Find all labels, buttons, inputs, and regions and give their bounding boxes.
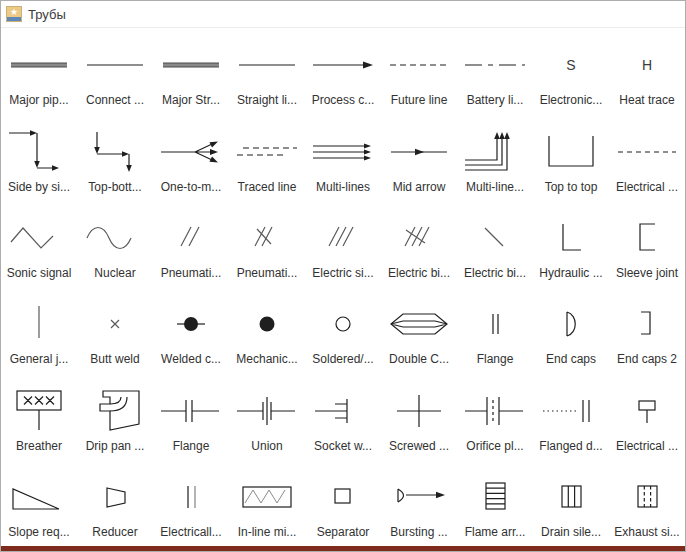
palette-item[interactable]: Electric si... <box>305 201 381 287</box>
palette-item[interactable]: Union <box>229 373 305 459</box>
palette-item[interactable]: Mechanic... <box>229 287 305 373</box>
top-to-top-icon <box>533 124 609 180</box>
shape-grid: Major pip...Connect ...Major Str...Strai… <box>1 28 685 546</box>
palette-item[interactable]: Electric bi... <box>457 201 533 287</box>
palette-item[interactable]: Flange <box>457 287 533 373</box>
major-pipeline-icon <box>1 37 77 93</box>
electrical-connection-icon <box>609 383 685 439</box>
library-star-icon: ★ <box>6 6 22 22</box>
svg-text:S: S <box>566 57 575 73</box>
palette-item[interactable]: Nuclear <box>77 201 153 287</box>
palette-item-label: Major Str... <box>162 93 220 107</box>
palette-item[interactable]: Traced line <box>229 114 305 200</box>
palette-item[interactable]: Electrical ... <box>609 114 685 200</box>
union-icon <box>229 383 305 439</box>
palette-item[interactable]: Drain sile... <box>533 460 609 546</box>
palette-item-label: Process c... <box>312 93 375 107</box>
palette-item[interactable]: Battery li... <box>457 28 533 114</box>
palette-item[interactable]: Mid arrow <box>381 114 457 200</box>
palette-item-label: Side by si... <box>8 180 70 194</box>
sleeve-joint-icon <box>609 210 685 266</box>
palette-item[interactable]: Slope req... <box>1 460 77 546</box>
palette-item[interactable]: Multi-lines <box>305 114 381 200</box>
palette-item[interactable]: Reducer <box>77 460 153 546</box>
palette-item[interactable]: End caps <box>533 287 609 373</box>
nuclear-icon <box>77 210 153 266</box>
palette-item-label: Top-bott... <box>88 180 141 194</box>
palette-item[interactable]: Side by si... <box>1 114 77 200</box>
palette-item-label: Drip pan ... <box>86 439 145 453</box>
palette-item[interactable]: Pneumati... <box>229 201 305 287</box>
palette-item-label: Sonic signal <box>7 266 72 280</box>
palette-item-label: Electric si... <box>312 266 373 280</box>
palette-item-label: Drain sile... <box>541 525 601 539</box>
palette-item[interactable]: Welded c... <box>153 287 229 373</box>
library-title-bar[interactable]: ★ Трубы <box>1 1 685 28</box>
palette-item-label: Butt weld <box>90 352 139 366</box>
palette-item[interactable]: Breather <box>1 373 77 459</box>
shape-library-panel: ★ Трубы Major pip...Connect ...Major Str… <box>0 0 686 552</box>
heat-trace-icon: H <box>609 37 685 93</box>
palette-item[interactable]: Future line <box>381 28 457 114</box>
palette-item[interactable]: Flanged d... <box>533 373 609 459</box>
palette-item[interactable]: Screwed ... <box>381 373 457 459</box>
palette-item[interactable]: Top to top <box>533 114 609 200</box>
palette-item[interactable]: Electricall... <box>153 460 229 546</box>
palette-item[interactable]: Flange <box>153 373 229 459</box>
end-caps-2-icon <box>609 296 685 352</box>
palette-item[interactable]: Separator <box>305 460 381 546</box>
palette-item[interactable]: Orifice pl... <box>457 373 533 459</box>
palette-item[interactable]: SElectronic... <box>533 28 609 114</box>
drip-pan-icon <box>77 383 153 439</box>
palette-item-label: Electricall... <box>160 525 221 539</box>
palette-item[interactable]: Drip pan ... <box>77 373 153 459</box>
mid-arrow-icon <box>381 124 457 180</box>
palette-item-label: Socket w... <box>314 439 372 453</box>
straight-line-icon <box>229 37 305 93</box>
palette-item[interactable]: Butt weld <box>77 287 153 373</box>
palette-item[interactable]: Flame arr... <box>457 460 533 546</box>
future-line-icon <box>381 37 457 93</box>
svg-text:H: H <box>642 57 652 73</box>
electric-binary-1-icon <box>381 210 457 266</box>
palette-item[interactable]: Sleeve joint <box>609 201 685 287</box>
palette-item-label: One-to-m... <box>161 180 222 194</box>
palette-item-label: Pneumati... <box>161 266 222 280</box>
palette-item[interactable]: Soldered/... <box>305 287 381 373</box>
palette-item[interactable]: Electrical ... <box>609 373 685 459</box>
palette-item[interactable]: Straight li... <box>229 28 305 114</box>
palette-item[interactable]: Sonic signal <box>1 201 77 287</box>
electrical-heat-icon <box>609 124 685 180</box>
palette-item-label: Mid arrow <box>393 180 446 194</box>
palette-item-label: Major pip... <box>9 93 68 107</box>
palette-item[interactable]: End caps 2 <box>609 287 685 373</box>
palette-item[interactable]: Double C... <box>381 287 457 373</box>
top-bottom-icon <box>77 124 153 180</box>
palette-item[interactable]: Bursting ... <box>381 460 457 546</box>
palette-item[interactable]: In-line mi... <box>229 460 305 546</box>
traced-line-icon <box>229 124 305 180</box>
palette-item[interactable]: Process c... <box>305 28 381 114</box>
palette-item[interactable]: Major pip... <box>1 28 77 114</box>
palette-item-label: Welded c... <box>161 352 221 366</box>
palette-item-label: Multi-lines <box>316 180 370 194</box>
reducer-icon <box>77 469 153 525</box>
palette-item-label: Breather <box>16 439 62 453</box>
palette-item[interactable]: Connect ... <box>77 28 153 114</box>
palette-item[interactable]: Major Str... <box>153 28 229 114</box>
palette-item[interactable]: Exhaust si... <box>609 460 685 546</box>
palette-item-label: Straight li... <box>237 93 297 107</box>
palette-item[interactable]: Top-bott... <box>77 114 153 200</box>
palette-item[interactable]: Electric bi... <box>381 201 457 287</box>
palette-item[interactable]: Socket w... <box>305 373 381 459</box>
palette-item[interactable]: One-to-m... <box>153 114 229 200</box>
palette-item[interactable]: Pneumati... <box>153 201 229 287</box>
palette-item-label: Pneumati... <box>237 266 298 280</box>
palette-item[interactable]: Hydraulic ... <box>533 201 609 287</box>
palette-item-label: Nuclear <box>94 266 135 280</box>
palette-item[interactable]: Multi-line... <box>457 114 533 200</box>
inline-mixer-icon <box>229 469 305 525</box>
exhaust-silencer-icon <box>609 469 685 525</box>
palette-item[interactable]: General j... <box>1 287 77 373</box>
palette-item[interactable]: HHeat trace <box>609 28 685 114</box>
